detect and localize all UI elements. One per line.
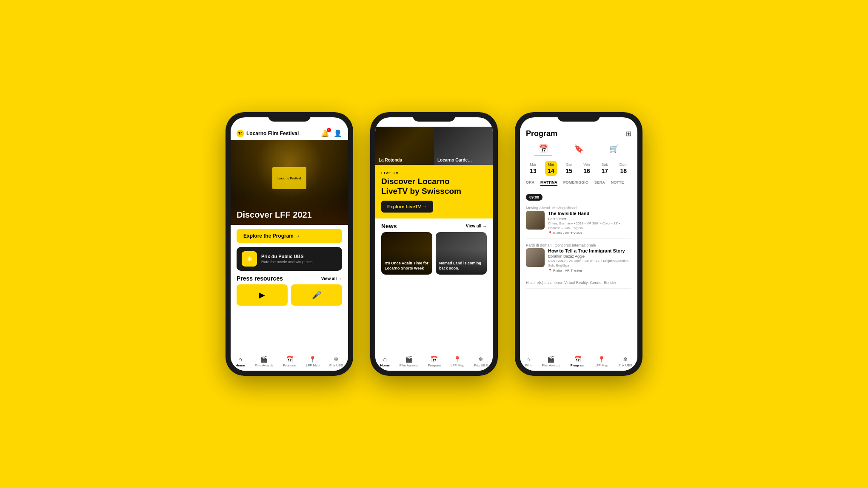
phone-2-inner: La Rotonda Locarno Garde… LIVE TV Discov… xyxy=(375,117,493,371)
p3-event-2-category: Pardi di domani: Concorso internazionale xyxy=(526,243,631,247)
profile-icon[interactable]: 👤 xyxy=(334,129,342,137)
p3-event-3[interactable]: Histoire(s) du cinéma: Virtual Reality: … xyxy=(526,281,631,289)
p1-thumbs: ▶ 🎤 xyxy=(231,284,348,310)
p2-venue-rotonda[interactable]: La Rotonda xyxy=(375,127,434,165)
p3-tab-bookmark[interactable]: 🔖 xyxy=(570,142,588,156)
p3-time-badge: 09:00 xyxy=(526,194,542,201)
p1-card-text: Prix du Public UBS Rate the movie and wi… xyxy=(261,254,313,264)
p2-news-viewall-label: View all → xyxy=(466,224,487,228)
p3-event-1[interactable]: Moving Ahead: Moving Ahead The Invisible… xyxy=(526,206,631,239)
nav-home-1[interactable]: ⌂ Home xyxy=(236,356,245,367)
phone-3-inner: Program ⊞ 📅 🔖 🛒 Mar 13 Mer xyxy=(520,117,637,371)
p3-time-badge-wrapper: 09:00 xyxy=(526,193,631,201)
p1-hero: Locarno Festival Discover LFF 2021 xyxy=(231,140,348,225)
filter-icon[interactable]: ⊞ xyxy=(626,130,631,138)
p3-day-14[interactable]: Mer 14 xyxy=(545,161,557,176)
nav-map-3[interactable]: 📍 LFF Map xyxy=(594,356,608,367)
p3-event-2-meta: USA • 2018 • VR 360° • Color • 13' • Eng… xyxy=(548,259,631,268)
p3-event-1-director: Fast Omer xyxy=(548,217,631,221)
p2-news-viewall[interactable]: View all → xyxy=(466,224,487,228)
nav-home-2[interactable]: ⌂ Home xyxy=(380,356,390,367)
p1-prix-card[interactable]: ❄ Prix du Public UBS Rate the movie and … xyxy=(237,247,342,271)
p3-time-tab-pomeriggio[interactable]: POMERIGGIO xyxy=(563,180,588,186)
nav-prix-1[interactable]: ❄ Prix UBS xyxy=(329,356,343,367)
p1-press-title: Press resources xyxy=(237,275,283,282)
p2-venue-garden[interactable]: Locarno Garde… xyxy=(434,127,493,165)
phone-1-inner: 74 Locarno Film Festival 🔔 1 👤 Locar xyxy=(231,117,348,371)
home-icon-3: ⌂ xyxy=(526,356,530,363)
p1-press-header: Press resources View all → xyxy=(231,271,348,284)
p3-event-2-venue: 📍 Rialto - VR Theater xyxy=(548,269,631,272)
map-icon-3: 📍 xyxy=(598,356,605,363)
p3-time-tab-mattina[interactable]: MATTINA xyxy=(540,180,557,186)
nav-prix-label-3: Prix UBS xyxy=(619,363,632,367)
p3-time-tab-sera[interactable]: SERA xyxy=(594,180,605,186)
nav-map-2[interactable]: 📍 LFF Map xyxy=(451,356,464,367)
explore-livetv-label: Explore LiveTV → xyxy=(387,204,427,209)
phone-2-content: La Rotonda Locarno Garde… LIVE TV Discov… xyxy=(375,127,493,353)
p2-venue-garden-label: Locarno Garde… xyxy=(437,158,472,162)
p3-day-num-15: 15 xyxy=(565,167,572,174)
location-icon-2: 📍 xyxy=(548,269,552,272)
p3-program-list: 09:00 Moving Ahead: Moving Ahead The Inv… xyxy=(520,189,637,353)
nav-program-label-1: Program xyxy=(283,363,296,367)
phone-2: La Rotonda Locarno Garde… LIVE TV Discov… xyxy=(370,112,498,376)
p2-news-cards: It's Once Again Time for Locarno Shorts … xyxy=(375,232,493,279)
p1-card-title: Prix du Public UBS xyxy=(261,254,313,259)
p3-page-title: Program xyxy=(526,129,557,138)
p1-thumb-audio[interactable]: 🎤 xyxy=(291,284,342,306)
p3-day-15[interactable]: Gio 15 xyxy=(563,161,575,176)
p2-news-card-1-overlay: It's Once Again Time for Locarno Shorts … xyxy=(381,232,432,275)
p3-event-2-thumb xyxy=(526,248,545,267)
p1-card-icon: ❄ xyxy=(242,251,257,267)
nav-film-awards-2[interactable]: 🎬 Film Awards xyxy=(400,356,418,367)
p1-thumb-video[interactable]: ▶ xyxy=(237,284,288,306)
nav-home-3[interactable]: ⌂ Film xyxy=(525,356,531,367)
p2-news-card-2[interactable]: Nomad Land is coming back soon. xyxy=(436,232,487,275)
p1-press-viewall[interactable]: View all → xyxy=(321,276,342,281)
nav-program-1[interactable]: 📅 Program xyxy=(283,356,296,367)
nav-prix-2[interactable]: ❄ Prix UBS xyxy=(474,356,488,367)
nav-program-2[interactable]: 📅 Program xyxy=(428,356,441,367)
home-icon-2: ⌂ xyxy=(383,356,386,363)
phone-1-content: 74 Locarno Film Festival 🔔 1 👤 Locar xyxy=(231,127,348,353)
p3-day-18[interactable]: Dom 18 xyxy=(617,161,630,176)
p3-event-1-meta: China, Germany • 2018 • VR 360° • Color … xyxy=(548,221,631,230)
p3-day-16[interactable]: Ven 16 xyxy=(581,161,593,176)
p1-bottom-nav: ⌂ Home 🎬 Film Awards 📅 Program 📍 LFF Map… xyxy=(231,353,348,371)
p3-day-17[interactable]: Sab 17 xyxy=(599,161,611,176)
nav-map-1[interactable]: 📍 LFF Map xyxy=(306,356,320,367)
p3-event-2[interactable]: Pardi di domani: Concorso internazionale… xyxy=(526,243,631,276)
p3-tab-cart[interactable]: 🛒 xyxy=(605,142,623,156)
p1-logo-text: Locarno Film Festival xyxy=(246,131,299,136)
phone-1: 74 Locarno Film Festival 🔔 1 👤 Locar xyxy=(226,112,353,376)
p3-day-num-18: 18 xyxy=(620,167,627,174)
nav-film-awards-label-2: Film Awards xyxy=(400,363,418,367)
notification-icon[interactable]: 🔔 1 xyxy=(321,129,329,137)
nav-home-label-3: Film xyxy=(525,363,531,367)
explore-livetv-button[interactable]: Explore LiveTV → xyxy=(381,201,433,213)
nav-prix-3[interactable]: ❄ Prix UBS xyxy=(619,356,632,367)
p1-card-sub: Rate the movie and win prizes xyxy=(261,260,313,264)
explore-program-button[interactable]: Explore the Program → xyxy=(237,229,342,243)
film-awards-icon-3: 🎬 xyxy=(547,356,554,363)
nav-film-awards-1[interactable]: 🎬 Film Awards xyxy=(255,356,273,367)
p2-livetv-title: Discover LocarnoLiveTV by Swisscom xyxy=(381,177,487,196)
p3-day-num-16: 16 xyxy=(583,167,590,174)
nav-film-awards-3[interactable]: 🎬 Film Awards xyxy=(542,356,560,367)
p3-tab-calendar[interactable]: 📅 xyxy=(534,142,552,156)
nav-program-3[interactable]: 📅 Program xyxy=(571,356,585,367)
notch-1 xyxy=(268,112,311,122)
nav-film-awards-label-3: Film Awards xyxy=(542,363,560,367)
p3-time-tab-ora[interactable]: ORA xyxy=(526,180,534,186)
p3-day-13[interactable]: Mar 13 xyxy=(527,161,539,176)
prix-icon-2: ❄ xyxy=(478,356,483,363)
notch-2 xyxy=(413,112,455,122)
p3-event-1-title: The Invisible Hand xyxy=(548,211,631,216)
nav-film-awards-label-1: Film Awards xyxy=(255,363,273,367)
p1-logo-num: 74 xyxy=(237,130,244,137)
p2-news-card-1[interactable]: It's Once Again Time for Locarno Shorts … xyxy=(381,232,432,275)
p3-time-tab-notte[interactable]: NOTTE xyxy=(611,180,624,186)
p3-bottom-nav: ⌂ Film 🎬 Film Awards 📅 Program 📍 LFF Map… xyxy=(520,353,637,371)
film-awards-icon-1: 🎬 xyxy=(260,356,268,363)
